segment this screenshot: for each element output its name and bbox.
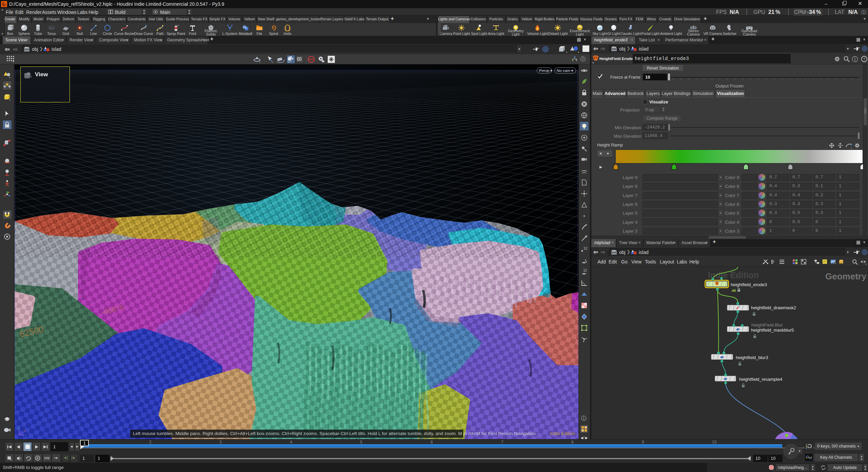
svg-text:x: x	[24, 429, 25, 433]
svg-text:y: y	[18, 426, 19, 430]
svg-text:z: z	[25, 434, 27, 437]
svg-text:12: 12	[584, 247, 588, 250]
svg-text:?: ?	[863, 57, 865, 61]
svg-text:12: 12	[583, 269, 587, 272]
